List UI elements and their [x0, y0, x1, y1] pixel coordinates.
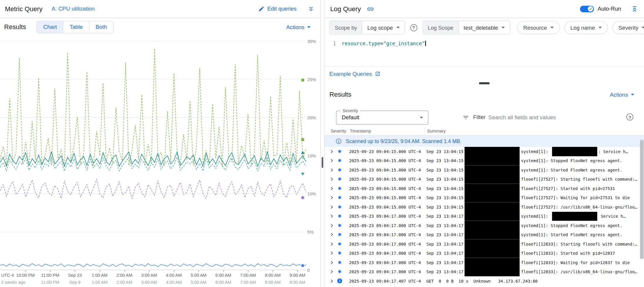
metric-query-name-link[interactable]: A: CPU utilization	[52, 6, 95, 12]
x-axis-primary: UTC-410:00 PM11:00 PMSep 231:00 AM2:00 A…	[0, 273, 306, 278]
collapse-panel-button[interactable]	[631, 5, 638, 13]
log-row[interactable]: ✱2025-09-23 09:04:15.000 UTC-4Sep 23 13:…	[324, 202, 644, 212]
filter-chip-severity[interactable]: Severity	[612, 21, 644, 34]
severity-default-icon: ✱	[335, 186, 344, 191]
filter-chip-resource[interactable]: Resource	[517, 21, 560, 34]
chevron-down-icon	[420, 117, 423, 119]
log-scope-value-control[interactable]: Log Scope test_deletable	[422, 21, 510, 35]
auto-run-toggle[interactable]: ✓	[580, 6, 594, 12]
filter-chip-log-name[interactable]: Log name	[564, 21, 608, 34]
expand-row-icon[interactable]	[329, 149, 335, 154]
redacted-text	[465, 249, 520, 258]
timeseries-chart[interactable]	[0, 41, 306, 270]
chevron-down-icon	[642, 27, 644, 28]
log-timestamp: 2025-09-23 09:04:17.000 UTC-4	[349, 269, 426, 274]
metric-actions-dropdown[interactable]: Actions	[286, 24, 310, 30]
expand-row-icon[interactable]	[329, 260, 335, 265]
redacted-text	[465, 258, 520, 267]
x-axis-label: 3:00 AM	[141, 273, 157, 278]
scrollbar-thumb[interactable]	[640, 140, 644, 259]
x-axis-label: 1:00 AM	[92, 280, 108, 285]
log-timestamp: 2025-09-23 09:04:17.000 UTC-4	[349, 214, 426, 218]
axis-tick	[174, 270, 174, 272]
log-rows-list: ✱2025-09-23 09:04:15.000 UTC-4Sep 23 13:…	[324, 147, 644, 286]
expand-row-icon[interactable]	[329, 177, 335, 181]
severity-default-icon: ✱	[335, 214, 344, 218]
log-scope-value-dropdown[interactable]: test_deletable	[459, 21, 510, 34]
results-resize-handle[interactable]	[479, 82, 489, 84]
log-row[interactable]: ✱2025-09-23 09:04:17.000 UTC-4Sep 23 13:…	[324, 249, 644, 258]
expand-row-icon[interactable]	[329, 186, 335, 191]
severity-default-icon: ✱	[335, 232, 344, 237]
view-tab-chart[interactable]: Chart	[37, 21, 63, 33]
log-summary-text: flooefi[27527]: /usr/lib/x86_64-linux-gn…	[521, 205, 637, 209]
log-row[interactable]: ✱2025-09-23 09:04:17.000 UTC-4Sep 23 13:…	[324, 230, 644, 239]
severity-default-icon: ✱	[335, 260, 344, 265]
expand-row-icon[interactable]	[329, 232, 335, 237]
log-actions-dropdown[interactable]: Actions	[610, 92, 634, 98]
log-row[interactable]: i2025-09-23 09:04:17.407 UTC-4GET 0 0 B …	[324, 276, 644, 286]
query-code-line[interactable]: resource.type="gce_instance"	[342, 41, 426, 47]
x-axis-label: 8:00 AM	[265, 280, 281, 285]
log-row[interactable]: ✱2025-09-23 09:04:15.000 UTC-4Sep 23 13:…	[324, 174, 644, 184]
log-summary: Sep 23 13:04:15flooefi[27527]: Starting …	[426, 174, 644, 184]
log-row[interactable]: ✱2025-09-23 09:04:15.000 UTC-4Sep 23 13:…	[324, 193, 644, 202]
log-row[interactable]: ✱2025-09-23 09:04:15.000 UTC-4Sep 23 13:…	[324, 147, 644, 156]
log-timestamp: 2025-09-23 09:04:17.407 UTC-4	[349, 279, 426, 283]
expand-row-icon[interactable]	[329, 168, 335, 172]
example-queries-link[interactable]: Example Queries	[329, 71, 380, 77]
expand-query-panel-button[interactable]	[307, 5, 315, 13]
copy-link-button[interactable]	[367, 5, 374, 13]
log-filter-chips: ResourceLog nameSeverity	[517, 21, 644, 34]
expand-row-icon[interactable]	[329, 279, 335, 283]
panel-resize-handle[interactable]	[322, 157, 323, 168]
text-cursor	[425, 41, 426, 46]
log-row[interactable]: ✱2025-09-23 09:04:17.000 UTC-4Sep 23 13:…	[324, 267, 644, 276]
scope-by-control[interactable]: Scope by Log scope	[329, 21, 405, 35]
x-axis-label: 10:00 PM	[16, 273, 35, 278]
log-row[interactable]: ✱2025-09-23 09:04:17.000 UTC-4Sep 23 13:…	[324, 212, 644, 221]
log-summary-text: systemd[1]: Started FlooNet egress agent…	[521, 168, 623, 172]
severity-select[interactable]: Severity Default	[336, 111, 428, 125]
log-row[interactable]: ✱2025-09-23 09:04:15.000 UTC-4Sep 23 13:…	[324, 165, 644, 175]
log-summary-text: systemd[1]:	[521, 214, 551, 218]
log-summary-text: Sep 23 13:04:15	[426, 168, 463, 172]
expand-row-icon[interactable]	[329, 223, 335, 228]
expand-row-icon[interactable]	[329, 195, 335, 200]
log-row[interactable]: ✱2025-09-23 09:04:17.000 UTC-4Sep 23 13:…	[324, 221, 644, 230]
view-tab-both[interactable]: Both	[89, 21, 113, 33]
log-timestamp: 2025-09-23 09:04:15.000 UTC-4	[349, 158, 426, 163]
column-severity: Severity	[331, 128, 346, 133]
expand-row-icon[interactable]	[329, 205, 335, 209]
expand-row-icon[interactable]	[329, 158, 335, 163]
scan-notice-text: Scanned up to 9/23/25, 9:04 AM. Scanned …	[346, 138, 462, 144]
log-row[interactable]: ✱2025-09-23 09:04:15.000 UTC-4Sep 23 13:…	[324, 184, 644, 193]
edit-queries-button[interactable]: Edit queries	[258, 6, 297, 12]
severity-default-icon: ✱	[335, 158, 344, 163]
x-axis-label: 7:00 AM	[240, 273, 256, 278]
x-axis-label: 4:00 AM	[166, 280, 182, 285]
edit-queries-label: Edit queries	[267, 6, 297, 12]
log-table-header: Severity Timestamp Summary	[324, 126, 644, 136]
help-icon[interactable]: ?	[410, 24, 417, 31]
metric-actions-label: Actions	[286, 24, 304, 30]
severity-default-icon: ✱	[335, 251, 344, 255]
view-tab-table[interactable]: Table	[63, 21, 89, 33]
log-row[interactable]: ✱2025-09-23 09:04:15.000 UTC-4Sep 23 13:…	[324, 156, 644, 165]
expand-row-icon[interactable]	[329, 269, 335, 274]
help-icon[interactable]: ?	[626, 113, 633, 120]
expand-row-icon[interactable]	[329, 242, 335, 246]
log-summary-text: systemd[1]: Started FlooNet egress agent…	[521, 232, 623, 237]
log-row[interactable]: ✱2025-09-23 09:04:17.000 UTC-4Sep 23 13:…	[324, 258, 644, 267]
chip-label: Resource	[523, 24, 547, 31]
axis-tick	[248, 270, 248, 272]
log-scope-dropdown[interactable]: Log scope	[362, 21, 404, 34]
x-axis-label: 2:00 AM	[116, 280, 132, 285]
log-summary: Sep 23 13:04:15systemd[1]: : Service h…	[426, 147, 644, 156]
query-editor[interactable]: 1 resource.type="gce_instance"	[324, 37, 644, 67]
x-axis-label: 4:00 AM	[166, 273, 182, 278]
log-row[interactable]: ✱2025-09-23 09:04:17.000 UTC-4Sep 23 13:…	[324, 239, 644, 249]
expand-row-icon[interactable]	[329, 251, 335, 255]
expand-row-icon[interactable]	[329, 214, 335, 218]
filter-search-input[interactable]	[489, 113, 624, 122]
